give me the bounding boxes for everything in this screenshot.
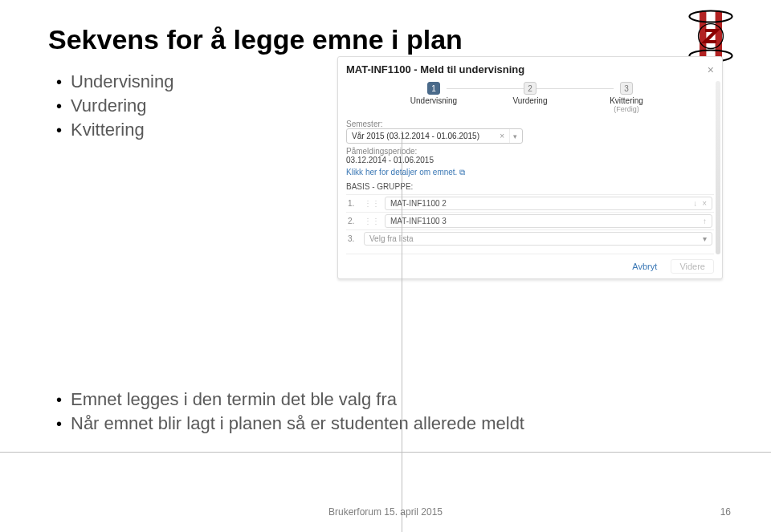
slide: Sekvens for å legge emne i plan Undervis… [0,0,771,532]
list-item: Undervisning [56,71,329,92]
arrow-up-icon[interactable]: ↑ [703,217,707,225]
row-number: 1. [348,199,359,208]
cancel-button[interactable]: Avbryt [624,260,665,273]
select-placeholder: Velg fra lista [369,234,413,243]
next-button[interactable]: Videre [671,259,714,274]
group-item[interactable]: MAT-INF1100 2 ↓ × [385,197,712,210]
row-number: 2. [348,217,359,225]
drag-handle-icon[interactable]: ⋮⋮ [364,199,380,208]
svg-rect-1 [716,11,722,61]
item-label: MAT-INF1100 3 [390,217,447,225]
row-number: 3. [348,234,359,243]
step-sublabel: (Ferdig) [598,105,655,113]
list-item: Vurdering [56,95,329,116]
close-icon[interactable]: × [708,63,714,76]
step-undervisning[interactable]: 1 Undervisning [406,82,462,113]
step-label: Undervisning [406,96,462,105]
chevron-down-icon: ▾ [703,234,707,243]
footer-text: Brukerforum 15. april 2015 [0,506,771,518]
chevron-down-icon[interactable]: ▾ [509,129,517,143]
list-item: Kvittering [56,120,329,140]
top-bullet-list: Undervisning Vurdering Kvittering [48,71,329,140]
list-item: Emnet legges i den termin det ble valg f… [56,389,723,410]
dialog-title: MAT-INF1100 - Meld til undervisning [346,63,714,75]
svg-rect-0 [700,11,706,61]
step-kvittering[interactable]: 3 Kvittering (Ferdig) [598,82,655,113]
step-number: 2 [524,82,536,95]
step-vurdering[interactable]: 2 Vurdering [502,82,558,113]
scrollbar[interactable] [716,81,720,254]
dialog: MAT-INF1100 - Meld til undervisning × 1 … [337,56,723,279]
semester-value: Vår 2015 (03.12.2014 - 01.06.2015) [352,132,479,140]
step-label: Kvittering [598,96,655,105]
list-item: Når emnet blir lagt i planen så er stude… [56,413,723,434]
page-number: 16 [720,506,731,518]
bottom-bullet-list: Emnet legges i den termin det ble valg f… [48,389,723,434]
semester-label: Semester: [346,120,714,128]
remove-icon[interactable]: × [702,199,707,208]
stepper: 1 Undervisning 2 Vurdering 3 Kvittering … [346,82,714,113]
item-label: MAT-INF1100 2 [390,199,447,208]
external-link-icon: ⧉ [459,168,465,177]
semester-select[interactable]: Vår 2015 (03.12.2014 - 01.06.2015) × ▾ [346,128,523,144]
choose-from-list[interactable]: Velg fra lista ▾ [364,232,712,246]
clear-icon[interactable]: × [500,132,504,140]
step-number: 1 [427,82,440,95]
step-number: 3 [620,82,633,95]
arrow-down-icon[interactable]: ↓ [693,199,697,208]
group-item[interactable]: MAT-INF1100 3 ↑ [385,214,712,228]
step-label: Vurdering [502,96,558,105]
svg-point-2 [689,11,732,22]
details-link[interactable]: Klikk her for detaljer om emnet. ⧉ [346,168,465,177]
page-title: Sekvens for å legge emne i plan [48,24,723,55]
drag-handle-icon[interactable]: ⋮⋮ [364,217,380,225]
